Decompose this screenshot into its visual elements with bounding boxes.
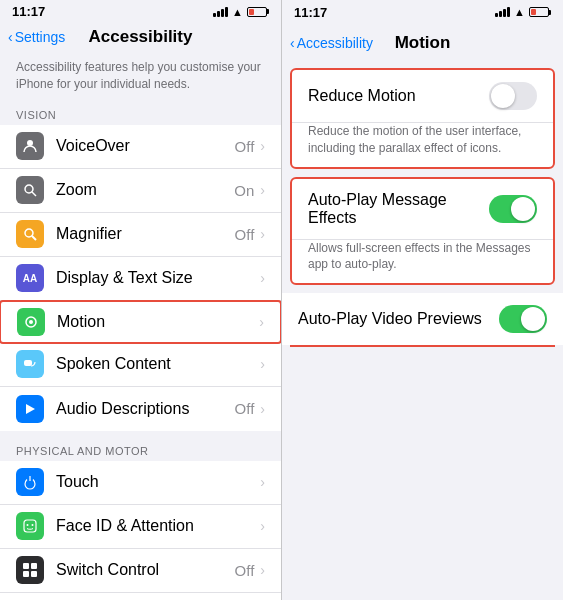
svg-point-1 [25,185,33,193]
reduce-motion-desc: Reduce the motion of the user interface,… [292,123,553,167]
right-panel: 11:17 ▲ ‹ Accessibility Motion [282,0,563,600]
status-icons-right: ▲ [495,6,551,18]
row-voiceover[interactable]: VoiceOver Off › [0,125,281,169]
row-audio-desc[interactable]: Audio Descriptions Off › [0,387,281,431]
status-bar-left: 11:17 ▲ [0,0,281,23]
voiceover-label: VoiceOver [56,137,235,155]
svg-rect-9 [24,520,36,532]
switch-value: Off [235,562,255,579]
svg-rect-12 [23,563,29,569]
nav-bar-left: ‹ Settings Accessibility [0,23,281,51]
svg-point-11 [32,524,34,526]
touch-chevron: › [260,474,265,490]
vision-group: VoiceOver Off › Zoom On › Magnifier Off … [0,125,281,431]
zoom-icon [16,176,44,204]
auto-play-video-label: Auto-Play Video Previews [298,310,499,328]
auto-play-message-desc: Allows full-screen effects in the Messag… [292,240,553,284]
signal-icon-right [495,7,510,17]
faceid-icon [16,512,44,540]
voiceover-chevron: › [260,138,265,154]
zoom-label: Zoom [56,181,234,199]
auto-play-video-toggle[interactable] [499,305,547,333]
motion-icon [17,308,45,336]
reduce-motion-toggle[interactable] [489,82,537,110]
row-auto-play-message[interactable]: Auto-Play Message Effects [292,179,553,240]
bottom-highlight [290,345,555,347]
back-chevron-right: ‹ [290,35,295,51]
back-label-right: Accessibility [297,35,373,51]
accessibility-description: Accessibility features help you customis… [0,51,281,103]
display-text-chevron: › [260,270,265,286]
row-zoom[interactable]: Zoom On › [0,169,281,213]
row-spoken[interactable]: Spoken Content › [0,343,281,387]
row-voice[interactable]: Voice Control Off › [0,593,281,600]
back-button-right[interactable]: ‹ Accessibility [290,35,373,51]
auto-play-message-knob [511,197,535,221]
reduce-motion-label: Reduce Motion [308,87,489,105]
svg-point-10 [27,524,29,526]
auto-play-message-toggle[interactable] [489,195,537,223]
row-reduce-motion[interactable]: Reduce Motion [292,70,553,123]
svg-rect-15 [31,571,37,577]
zoom-chevron: › [260,182,265,198]
row-display-text[interactable]: AA Display & Text Size › [0,257,281,301]
faceid-chevron: › [260,518,265,534]
status-bar-right: 11:17 ▲ [282,0,563,24]
display-text-label: Display & Text Size [56,269,260,287]
audio-desc-label: Audio Descriptions [56,400,235,418]
svg-rect-7 [24,360,32,366]
magnifier-icon [16,220,44,248]
status-icons-left: ▲ [213,6,269,18]
time-right: 11:17 [294,5,327,20]
row-touch[interactable]: Touch › [0,461,281,505]
physical-group: Touch › Face ID & Attention › Switch Con… [0,461,281,600]
magnifier-value: Off [235,226,255,243]
touch-icon [16,468,44,496]
spoken-label: Spoken Content [56,355,260,373]
back-chevron-left: ‹ [8,29,13,45]
svg-rect-13 [31,563,37,569]
switch-label: Switch Control [56,561,235,579]
page-title-left: Accessibility [89,27,193,47]
faceid-label: Face ID & Attention [56,517,260,535]
row-magnifier[interactable]: Magnifier Off › [0,213,281,257]
section-physical: PHYSICAL AND MOTOR [0,439,281,461]
back-label-left: Settings [15,29,66,45]
battery-icon-right [529,7,551,17]
svg-line-2 [32,192,36,196]
spoken-icon [16,350,44,378]
row-switch[interactable]: Switch Control Off › [0,549,281,593]
back-button-left[interactable]: ‹ Settings [8,29,65,45]
motion-label: Motion [57,313,259,331]
audio-desc-chevron: › [260,401,265,417]
switch-chevron: › [260,562,265,578]
signal-icon [213,7,228,17]
auto-play-message-section: Auto-Play Message Effects Allows full-sc… [290,177,555,286]
display-text-icon: AA [16,264,44,292]
row-faceid[interactable]: Face ID & Attention › [0,505,281,549]
magnifier-chevron: › [260,226,265,242]
reduce-motion-knob [491,84,515,108]
voiceover-icon [16,132,44,160]
svg-point-0 [27,140,33,146]
wifi-icon: ▲ [232,6,243,18]
row-motion[interactable]: Motion › [0,300,282,344]
nav-bar-right: ‹ Accessibility Motion [282,24,563,62]
audio-desc-value: Off [235,400,255,417]
time-left: 11:17 [12,4,45,19]
svg-marker-8 [26,404,35,414]
reduce-motion-section: Reduce Motion Reduce the motion of the u… [290,68,555,169]
auto-play-video-knob [521,307,545,331]
left-panel: 11:17 ▲ ‹ Settings Accessibility [0,0,282,600]
wifi-icon-right: ▲ [514,6,525,18]
row-auto-play-video[interactable]: Auto-Play Video Previews [282,293,563,345]
magnifier-label: Magnifier [56,225,235,243]
spoken-chevron: › [260,356,265,372]
switch-icon [16,556,44,584]
svg-line-4 [32,236,36,240]
section-vision: VISION [0,103,281,125]
zoom-value: On [234,182,254,199]
auto-play-video-section: Auto-Play Video Previews [282,293,563,345]
touch-label: Touch [56,473,260,491]
motion-chevron: › [259,314,264,330]
